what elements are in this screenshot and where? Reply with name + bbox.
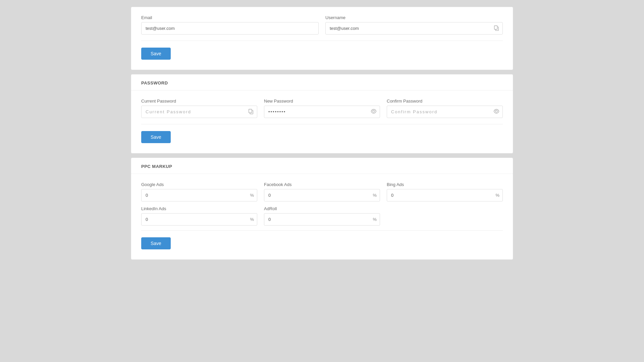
facebook-ads-label: Facebook Ads <box>264 182 380 187</box>
username-group: Username <box>325 15 503 35</box>
username-input[interactable] <box>325 22 503 35</box>
current-password-toggle-icon[interactable] <box>248 108 254 116</box>
new-password-input[interactable] <box>264 106 380 118</box>
current-password-group: Current Password <box>141 99 257 118</box>
adroll-input[interactable] <box>264 213 380 226</box>
svg-rect-3 <box>249 109 252 113</box>
adroll-label: AdRoll <box>264 206 380 211</box>
bing-ads-input[interactable] <box>387 189 503 201</box>
confirm-password-toggle-icon[interactable] <box>493 108 499 116</box>
new-password-label: New Password <box>264 99 380 104</box>
password-card: PASSWORD Current Password <box>131 74 513 154</box>
email-label: Email <box>141 15 319 20</box>
bing-ads-suffix: % <box>495 193 499 198</box>
account-save-button[interactable]: Save <box>141 48 171 60</box>
new-password-toggle-icon[interactable] <box>371 108 377 116</box>
password-section-title: PASSWORD <box>131 74 513 90</box>
ppc-save-button[interactable]: Save <box>141 237 171 249</box>
facebook-ads-group: Facebook Ads % <box>264 182 380 201</box>
adroll-group: AdRoll % <box>264 206 380 226</box>
facebook-ads-input[interactable] <box>264 189 380 201</box>
google-ads-group: Google Ads % <box>141 182 257 201</box>
email-input[interactable] <box>141 22 319 35</box>
confirm-password-label: Confirm Password <box>387 99 503 104</box>
username-label: Username <box>325 15 503 20</box>
svg-point-5 <box>495 110 497 112</box>
linkedin-ads-label: LinkedIn Ads <box>141 206 257 211</box>
current-password-label: Current Password <box>141 99 257 104</box>
new-password-group: New Password <box>264 99 380 118</box>
account-card: Email Username <box>131 7 513 70</box>
linkedin-ads-group: LinkedIn Ads % <box>141 206 257 226</box>
svg-point-4 <box>373 110 375 112</box>
linkedin-ads-suffix: % <box>250 217 254 222</box>
google-ads-input[interactable] <box>141 189 257 201</box>
linkedin-ads-input[interactable] <box>141 213 257 226</box>
email-group: Email <box>141 15 319 35</box>
google-ads-label: Google Ads <box>141 182 257 187</box>
ppc-section-title: PPC MARKUP <box>131 158 513 174</box>
google-ads-suffix: % <box>250 193 254 198</box>
bing-ads-label: Bing Ads <box>387 182 503 187</box>
password-save-button[interactable]: Save <box>141 131 171 143</box>
adroll-suffix: % <box>373 217 377 222</box>
ppc-card: PPC MARKUP Google Ads % Facebook Ads <box>131 158 513 260</box>
copy-icon[interactable] <box>493 25 499 32</box>
current-password-input[interactable] <box>141 106 257 118</box>
svg-rect-1 <box>494 25 497 29</box>
facebook-ads-suffix: % <box>373 193 377 198</box>
confirm-password-group: Confirm Password <box>387 99 503 118</box>
confirm-password-input[interactable] <box>387 106 503 118</box>
bing-ads-group: Bing Ads % <box>387 182 503 201</box>
